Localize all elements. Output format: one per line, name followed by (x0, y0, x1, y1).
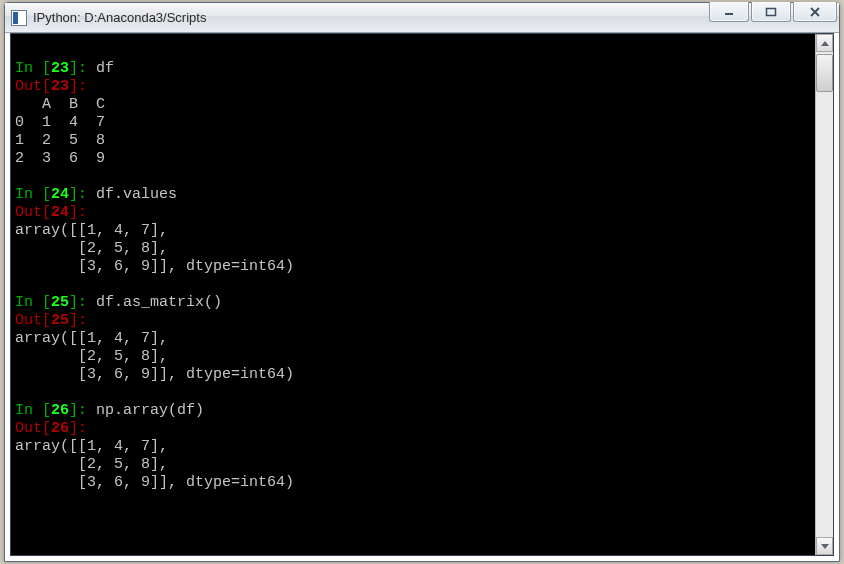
terminal-client: In [23]: df Out[23]: A B C 0 1 4 7 1 2 5… (10, 33, 834, 556)
terminal-output[interactable]: In [23]: df Out[23]: A B C 0 1 4 7 1 2 5… (11, 34, 815, 555)
scroll-up-button[interactable] (816, 34, 833, 52)
ipython-window: IPython: D:Anaconda3/Scripts In [23]: df… (4, 2, 840, 562)
maximize-button[interactable] (751, 2, 791, 22)
svg-rect-1 (767, 8, 776, 15)
scroll-track[interactable] (816, 52, 833, 537)
chevron-down-icon (821, 544, 829, 549)
scroll-down-button[interactable] (816, 537, 833, 555)
vertical-scrollbar[interactable] (815, 34, 833, 555)
window-buttons (709, 2, 837, 22)
close-button[interactable] (793, 2, 837, 22)
scroll-thumb[interactable] (816, 54, 833, 92)
titlebar[interactable]: IPython: D:Anaconda3/Scripts (5, 3, 839, 33)
minimize-button[interactable] (709, 2, 749, 22)
window-title: IPython: D:Anaconda3/Scripts (33, 10, 206, 25)
ipython-app-icon (11, 10, 27, 26)
chevron-up-icon (821, 41, 829, 46)
